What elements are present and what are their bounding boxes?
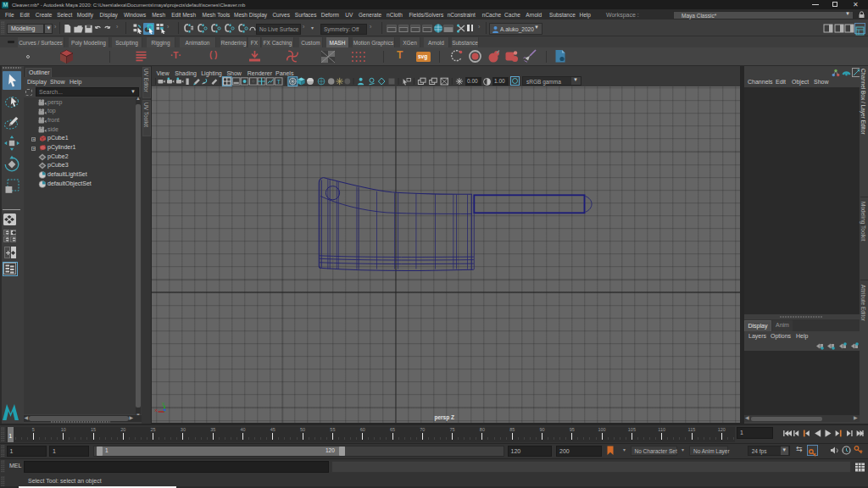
svg-text:T: T <box>277 78 281 86</box>
svg-text:y: y <box>162 401 164 406</box>
svg-text:x: x <box>155 408 158 413</box>
